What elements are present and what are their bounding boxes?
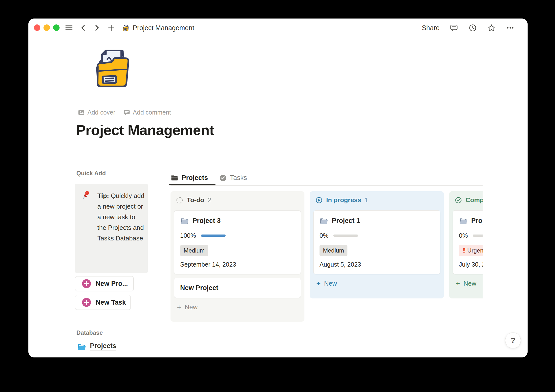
progress-percent: 0% — [320, 232, 328, 239]
progress-bar — [201, 235, 226, 237]
column-in-progress-new-button[interactable]: + New — [313, 278, 440, 289]
board-view-tabs: Projects Tasks — [171, 172, 247, 184]
card-project-1[interactable]: Project 1 0% Medium August 5, 2023 — [313, 210, 440, 274]
pushpin-icon — [81, 190, 91, 200]
tab-projects-label: Projects — [182, 174, 208, 182]
card-project-3[interactable]: Project 3 100% Medium September 14, 2023 — [174, 210, 301, 274]
new-button-label: New — [185, 303, 198, 311]
card-project-2[interactable]: Project 2 0% !!Urgent July 30, 2023 — [453, 210, 483, 274]
card-date: August 5, 2023 — [320, 261, 434, 268]
app-window: Project Management Share Add cover — [28, 19, 528, 357]
database-link-label: Projects — [90, 342, 116, 351]
priority-tag-urgent: !!Urgent — [459, 245, 483, 256]
database-heading: Database — [76, 329, 103, 336]
check-circle-icon — [455, 196, 462, 204]
quick-add-heading: Quick Add — [76, 170, 106, 177]
card-title: Project 1 — [332, 217, 360, 225]
progress-bar — [473, 235, 483, 237]
play-circle-icon — [315, 196, 323, 204]
plus-icon: + — [316, 280, 321, 287]
folder-icon — [171, 174, 178, 182]
verified-badge-icon — [219, 174, 227, 182]
new-task-button-label: New Task — [96, 299, 126, 306]
card-title: Project 3 — [192, 217, 221, 225]
new-button-label: New — [464, 280, 476, 287]
tab-projects[interactable]: Projects — [171, 174, 208, 182]
plus-circle-icon — [82, 279, 91, 288]
page-icon[interactable] — [89, 43, 136, 90]
new-project-button[interactable]: New Pro... — [75, 276, 134, 291]
favorite-star-icon[interactable] — [487, 23, 496, 32]
card-date: July 30, 2023 — [459, 261, 483, 268]
comment-bubble-icon — [123, 109, 130, 116]
card-title: New Project — [180, 284, 218, 292]
page-folder-mini-icon — [122, 24, 130, 32]
progress-percent: 0% — [459, 232, 468, 239]
column-in-progress: In progress 1 Project 1 0% Medium August… — [310, 191, 444, 298]
share-button[interactable]: Share — [422, 24, 440, 32]
column-todo: To-do 2 Project 3 100% Medium September … — [171, 191, 304, 322]
plus-icon: + — [177, 304, 181, 311]
dashed-circle-icon — [176, 196, 183, 204]
forward-icon[interactable] — [93, 23, 102, 32]
card-new-project[interactable]: New Project — [174, 278, 301, 298]
column-todo-name: To-do — [187, 196, 204, 204]
tip-callout: Tip: Quickly add a new project or a new … — [75, 184, 148, 273]
card-title: Project 2 — [471, 217, 483, 225]
add-cover-label: Add cover — [87, 109, 115, 116]
image-icon — [78, 109, 85, 116]
column-in-progress-name: In progress — [326, 196, 361, 204]
plus-icon: + — [456, 280, 460, 287]
comments-icon[interactable] — [449, 23, 458, 32]
plus-circle-icon — [82, 298, 91, 307]
new-project-button-label: New Pro... — [96, 280, 128, 288]
blue-folder-icon — [77, 342, 86, 351]
history-icon[interactable] — [468, 23, 477, 32]
new-task-button[interactable]: New Task — [75, 295, 131, 310]
column-todo-header[interactable]: To-do 2 — [174, 195, 301, 205]
open-folder-icon — [320, 216, 328, 225]
column-complete-new-button[interactable]: + New — [453, 278, 483, 289]
add-comment-button[interactable]: Add comment — [123, 109, 171, 116]
tab-tasks[interactable]: Tasks — [219, 174, 247, 182]
double-exclamation-icon: !! — [462, 247, 465, 254]
titlebar-page-title: Project Management — [133, 24, 194, 32]
menu-icon[interactable] — [64, 23, 73, 32]
minimize-window-button[interactable] — [43, 24, 50, 31]
add-comment-label: Add comment — [133, 109, 171, 116]
active-tab-indicator — [169, 184, 215, 185]
zoom-window-button[interactable] — [53, 24, 60, 31]
traffic-lights — [34, 24, 60, 31]
help-button[interactable]: ? — [505, 333, 521, 348]
priority-tag: Medium — [320, 245, 347, 256]
open-folder-icon — [459, 216, 467, 225]
back-icon[interactable] — [79, 23, 87, 32]
new-button-label: New — [324, 280, 337, 287]
column-in-progress-count: 1 — [365, 196, 368, 204]
tabs-separator — [171, 185, 483, 186]
kanban-board: To-do 2 Project 3 100% Medium September … — [171, 191, 483, 326]
priority-tag: Medium — [180, 245, 208, 256]
card-date: September 14, 2023 — [180, 261, 295, 268]
new-tab-icon[interactable] — [107, 23, 116, 32]
column-complete-name: Complete — [466, 196, 483, 204]
column-in-progress-header[interactable]: In progress 1 — [313, 195, 440, 205]
database-link-projects[interactable]: Projects — [77, 342, 116, 351]
more-options-icon[interactable] — [506, 23, 515, 32]
titlebar: Project Management Share — [28, 19, 528, 37]
close-window-button[interactable] — [34, 24, 40, 31]
add-cover-button[interactable]: Add cover — [78, 109, 115, 116]
tab-tasks-label: Tasks — [230, 174, 247, 182]
column-complete: Complete Project 2 0% !!Urgent July 30, … — [449, 191, 483, 298]
progress-percent: 100% — [180, 232, 196, 239]
page-title: Project Management — [76, 122, 214, 138]
column-todo-new-button[interactable]: + New — [174, 301, 301, 313]
column-complete-header[interactable]: Complete — [453, 195, 483, 205]
open-folder-icon — [180, 216, 189, 225]
column-todo-count: 2 — [208, 196, 211, 204]
tip-text: Tip: Quickly add a new project or a new … — [97, 191, 145, 244]
progress-bar — [333, 235, 358, 237]
